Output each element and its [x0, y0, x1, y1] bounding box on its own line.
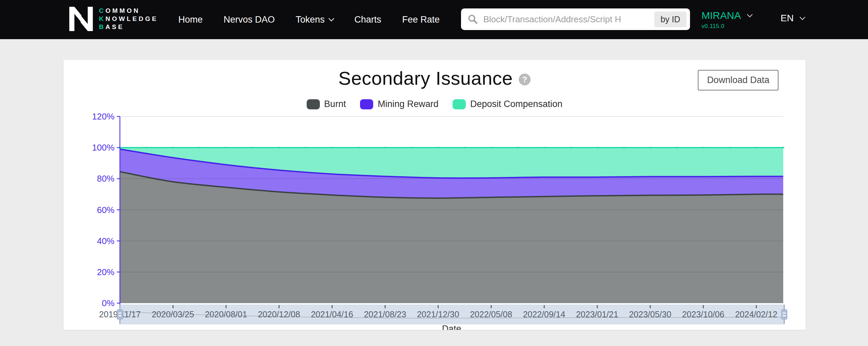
x-axis-tick — [332, 305, 333, 308]
search-icon — [468, 14, 478, 24]
y-axis-label: 80% — [97, 174, 114, 184]
x-axis-label: 2020/03/25 — [152, 310, 194, 319]
data-point-marker — [411, 147, 413, 148]
x-axis-tick — [385, 305, 386, 308]
data-point-marker — [782, 147, 784, 148]
zoom-handle-left[interactable] — [117, 310, 123, 319]
y-axis-label: 60% — [97, 205, 114, 215]
zoom-handle-right-grip-line — [783, 313, 786, 314]
zoom-handle-left-grip-line — [119, 315, 122, 316]
data-point-marker — [305, 147, 307, 148]
chart-card: Secondary Issuance ? Download Data Burnt… — [63, 60, 806, 330]
data-point-marker — [490, 147, 492, 148]
nav-item-home[interactable]: Home — [178, 15, 203, 25]
x-axis-label: 2024/02/12 — [735, 310, 777, 319]
x-axis-tick — [491, 305, 492, 308]
nav-item-charts[interactable]: Charts — [354, 15, 381, 25]
x-axis-tick — [173, 305, 174, 308]
data-point-marker — [464, 147, 466, 148]
x-axis-label: 2021/04/16 — [311, 310, 353, 319]
zoom-handle-left-grip-line — [119, 313, 122, 314]
data-point-marker — [252, 147, 254, 148]
data-point-marker — [517, 147, 519, 148]
x-axis-tick — [279, 305, 280, 308]
data-point-marker — [729, 147, 731, 148]
x-axis-tick — [597, 305, 598, 308]
x-axis-title: Date — [442, 324, 461, 330]
language-label: EN — [781, 13, 794, 24]
x-axis-tick — [438, 305, 439, 308]
x-axis-label: 2021/08/23 — [364, 310, 406, 319]
data-point-marker — [225, 147, 227, 148]
data-point-marker — [596, 147, 598, 148]
data-point-marker — [756, 147, 758, 148]
search-by-id-button[interactable]: by ID — [654, 11, 687, 27]
chevron-down-icon — [747, 11, 752, 17]
ckb-logo-text: COMMON KNOWLEDGE BASE — [99, 7, 158, 31]
x-axis-label: 2020/08/01 — [205, 310, 247, 319]
data-point-marker — [199, 147, 201, 148]
chevron-down-icon — [329, 16, 334, 21]
top-nav: COMMON KNOWLEDGE BASE Home Nervos DAO To… — [0, 0, 868, 39]
search-input[interactable] — [483, 14, 654, 25]
search-bar: by ID — [461, 8, 690, 30]
zoom-handle-right-grip-line — [783, 315, 786, 316]
x-axis-tick — [756, 305, 757, 308]
y-axis-label: 20% — [97, 267, 114, 277]
network-name: MIRANA — [701, 10, 741, 21]
nav-item-fee-rate[interactable]: Fee Rate — [402, 15, 440, 25]
main-menu: Home Nervos DAO Tokens Charts Fee Rate — [178, 0, 440, 39]
data-point-marker — [623, 147, 625, 148]
chart-area[interactable]: 0%20%40%60%80%100%120%2019/11/172020/03/… — [63, 60, 806, 330]
y-axis-label: 0% — [102, 298, 114, 308]
data-point-marker — [543, 147, 545, 148]
data-point-marker — [146, 147, 148, 148]
data-point-marker — [358, 147, 360, 148]
x-axis-label: 2023/05/30 — [629, 310, 671, 319]
network-selector[interactable]: MIRANA v0.115.0 — [701, 10, 752, 30]
data-point-marker — [384, 147, 386, 148]
y-axis-label: 100% — [92, 142, 115, 153]
data-point-marker — [437, 147, 439, 148]
data-point-marker — [676, 147, 678, 148]
x-axis-label: 2022/05/08 — [470, 310, 512, 319]
x-axis-label: 2020/12/08 — [258, 310, 300, 319]
ckb-logo-icon — [69, 7, 93, 31]
x-axis-label: 2023/01/21 — [576, 310, 618, 319]
x-axis-tick — [544, 305, 545, 308]
network-version: v0.115.0 — [701, 23, 752, 30]
x-axis-tick — [703, 305, 704, 308]
data-point-marker — [703, 147, 705, 148]
x-axis-tick — [650, 305, 651, 308]
data-point-marker — [570, 147, 572, 148]
y-axis-label: 120% — [92, 111, 115, 122]
nav-item-tokens[interactable]: Tokens — [296, 15, 334, 25]
data-point-marker — [649, 147, 652, 148]
nav-item-nervos-dao[interactable]: Nervos DAO — [224, 15, 275, 25]
x-axis-label: 2022/09/14 — [523, 310, 565, 319]
y-axis-label: 40% — [97, 236, 114, 246]
chevron-down-icon — [799, 14, 805, 20]
language-selector[interactable]: EN — [781, 13, 805, 24]
zoom-handle-right[interactable] — [782, 310, 787, 319]
data-point-marker — [331, 147, 333, 148]
x-axis-label: 2021/12/30 — [417, 310, 459, 319]
data-point-marker — [172, 147, 174, 148]
data-point-marker — [278, 147, 280, 148]
ckb-logo[interactable]: COMMON KNOWLEDGE BASE — [69, 7, 158, 31]
x-axis-label: 2023/10/06 — [682, 310, 724, 319]
x-axis-tick — [226, 305, 227, 308]
